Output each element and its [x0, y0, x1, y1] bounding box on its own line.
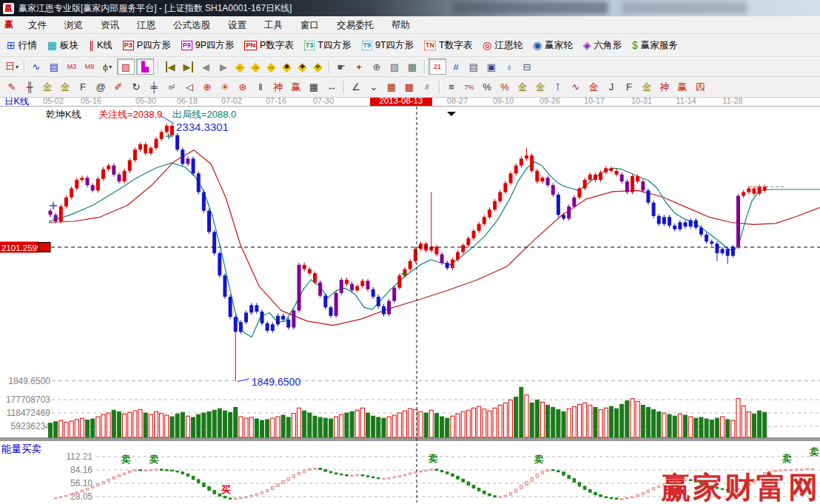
- tool-notes-button[interactable]: ▤: [466, 59, 482, 74]
- draw-f-ruler-button[interactable]: F: [75, 80, 91, 95]
- draw-fan-line-button[interactable]: ∠: [348, 80, 364, 95]
- tool-zoom-area-button[interactable]: ⊕: [369, 59, 385, 74]
- menu-item-8[interactable]: 交易委托: [328, 17, 383, 33]
- draw-angle-flag-button[interactable]: ◁: [181, 80, 198, 95]
- toolbar-gann-wheel-button[interactable]: ◎江恩轮: [477, 36, 528, 54]
- menu-item-3[interactable]: 江恩: [128, 17, 164, 33]
- draw-shen-tool-button[interactable]: 神: [270, 80, 286, 95]
- tool-pattern-b-button[interactable]: ▩: [404, 59, 420, 74]
- toolbar-p-number-button[interactable]: PNP数字表: [239, 36, 298, 54]
- draw-shen-angle-button[interactable]: 神: [656, 80, 673, 95]
- draw-pct-line-button[interactable]: %: [497, 80, 513, 95]
- draw-n-square-button[interactable]: n²: [164, 80, 180, 95]
- draw-box-web-button[interactable]: ⊛: [235, 80, 251, 95]
- toolbar-p-square-button[interactable]: P3P四方形: [118, 36, 176, 54]
- menu-item-9[interactable]: 帮助: [383, 17, 419, 33]
- draw-parallel-lines-button[interactable]: //: [419, 80, 435, 95]
- toolbar-quotes-button[interactable]: ⊞行情: [1, 36, 42, 54]
- toolbar-t-square-button[interactable]: T3T四方形: [299, 36, 357, 54]
- draw-pct-button[interactable]: %: [479, 80, 495, 95]
- tool-wave-pattern-button[interactable]: ▨: [117, 58, 135, 75]
- draw-zigzag-button[interactable]: ⌄: [366, 80, 382, 95]
- draw-gold-circle-button[interactable]: 金: [514, 80, 531, 95]
- draw-draw-pen-button[interactable]: ✎: [4, 80, 20, 95]
- draw-pen-ruler-button[interactable]: ✐: [110, 80, 127, 95]
- tool-price-distribution-button[interactable]: ▙: [136, 58, 154, 75]
- tool-pattern-a-button[interactable]: ▧: [386, 59, 403, 74]
- draw-star-web-button[interactable]: ✳: [217, 80, 233, 95]
- tool-print-button[interactable]: ⊟: [519, 59, 535, 74]
- tool-calculator-button[interactable]: #: [448, 59, 464, 74]
- toolbar-winner-wheel-button[interactable]: ◉赢家轮: [528, 36, 578, 54]
- scroll-position-marker[interactable]: [447, 112, 456, 116]
- menu-item-1[interactable]: 浏览: [56, 17, 92, 33]
- menu-item-7[interactable]: 窗口: [292, 17, 328, 33]
- menu-item-6[interactable]: 工具: [255, 17, 292, 33]
- draw-scale-ruler-button[interactable]: ≡: [443, 80, 460, 95]
- draw-f-angle-button[interactable]: F: [621, 80, 637, 95]
- tool-expand-horizontal-button[interactable]: ◆↔: [264, 60, 278, 74]
- draw-h-measure-button[interactable]: ↔: [323, 80, 340, 95]
- draw-gold-line-button[interactable]: 金: [532, 80, 548, 95]
- draw-cycle-circle-button[interactable]: ↻: [128, 80, 144, 95]
- draw-double-tick-button[interactable]: ǁ: [252, 80, 269, 95]
- draw-ying-angle-button[interactable]: 赢: [674, 80, 690, 95]
- tool-calendar-button[interactable]: 21: [429, 58, 446, 75]
- pen-ruler-icon: ✐: [115, 81, 123, 93]
- tool-nav-prev-button[interactable]: ◀: [198, 59, 214, 74]
- tool-nav-last-button[interactable]: ▶: [180, 59, 196, 74]
- tool-zoom-left-button[interactable]: ◆←: [233, 60, 247, 74]
- draw-ruler-2-button[interactable]: ╪: [146, 80, 162, 95]
- parallel-lines-icon: //: [425, 84, 429, 91]
- tool-network-button[interactable]: ♁: [501, 59, 517, 74]
- draw-ruler-grid-button[interactable]: ╫: [21, 80, 38, 95]
- draw-ying-tool-button[interactable]: 赢: [288, 80, 304, 95]
- tool-expand-all-button[interactable]: ◆✛: [311, 60, 325, 74]
- tool-nav-first-button[interactable]: ◀: [162, 59, 178, 74]
- menu-item-0[interactable]: 文件: [19, 17, 56, 33]
- tool-pan-hand-button[interactable]: ☛: [333, 59, 349, 74]
- draw-grid-red-button[interactable]: ▦: [383, 80, 400, 95]
- tool-shrink-horizontal-button[interactable]: ◆✱: [280, 60, 294, 74]
- gann-wheel-label: 江恩轮: [494, 39, 522, 52]
- tool-expand-vertical-button[interactable]: ◆✚: [295, 60, 309, 74]
- tool-save-button[interactable]: ▣: [483, 59, 500, 74]
- tool-zoom-right-button[interactable]: ◆→: [249, 60, 263, 74]
- toolbar-9p-square-button[interactable]: P99P四方形: [176, 36, 240, 54]
- draw-gold-angle-button[interactable]: 金: [585, 80, 602, 95]
- toolbar-sectors-button[interactable]: ▦板块: [42, 36, 84, 54]
- draw-gold-gauge-1-button[interactable]: 金: [39, 80, 56, 95]
- tool-chart-3-button[interactable]: M3: [64, 59, 80, 74]
- tool-nav-next-button[interactable]: ▶: [215, 59, 232, 74]
- draw-ink-tool-button[interactable]: ⊺: [550, 80, 566, 95]
- draw-four-angle-button[interactable]: 四: [692, 80, 708, 95]
- tool-crosshair-button[interactable]: +: [351, 59, 367, 74]
- toolbar-t-number-button[interactable]: TNT数字表: [419, 36, 477, 54]
- toolbar-winner-service-button[interactable]: $赢家服务: [627, 36, 683, 54]
- menu-item-4[interactable]: 公式选股: [164, 17, 219, 33]
- tool-info-panel-button[interactable]: ▤: [46, 59, 62, 74]
- draw-gold-gauge-2-button[interactable]: 金: [57, 80, 73, 95]
- menu-item-2[interactable]: 资讯: [92, 17, 128, 33]
- calculator-icon: #: [453, 61, 458, 73]
- toolbar-kline-button[interactable]: ∥K线: [84, 36, 118, 54]
- toolbar-9t-square-button[interactable]: T99T四方形: [357, 36, 420, 54]
- draw-target-circle-button[interactable]: ⊕: [199, 80, 215, 95]
- menu-item-5[interactable]: 设置: [219, 17, 255, 33]
- draw-j-angle-button[interactable]: J: [603, 80, 619, 95]
- pane-divider[interactable]: [0, 437, 820, 441]
- tool-trend-sketch-button[interactable]: ∿: [28, 59, 44, 74]
- title-bar[interactable]: 赢 赢家江恩专业版[赢家内部服务平台] - [上证指数 SH1A0001-167…: [0, 0, 820, 16]
- tool-measure-rod-button[interactable]: ϕ▾: [99, 59, 115, 74]
- draw-wave-fit-button[interactable]: ∿: [568, 80, 584, 95]
- draw-grid-box-button[interactable]: ▩: [401, 80, 417, 95]
- tool-chart-9-button[interactable]: M9: [81, 59, 98, 74]
- draw-pct-down-button[interactable]: 7%: [461, 80, 477, 95]
- draw-gold-angle-2-button[interactable]: 金: [639, 80, 655, 95]
- draw-spiral-button[interactable]: @: [93, 80, 109, 95]
- draw-grid-123-button[interactable]: ▦: [306, 80, 322, 95]
- tool-kline-period-button[interactable]: 日▾: [4, 59, 20, 74]
- toolbar-separator: [424, 60, 425, 73]
- toolbar-hexagon-button[interactable]: ◈六角形: [578, 36, 627, 54]
- site-watermark: 赢家财富网: [660, 471, 820, 503]
